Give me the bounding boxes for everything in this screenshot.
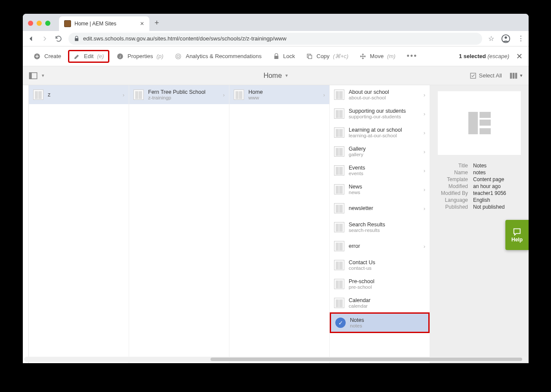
chevron-right-icon: › — [424, 148, 425, 155]
forward-button[interactable] — [41, 35, 49, 43]
property-row: TitleNotes — [438, 163, 521, 169]
property-value: notes — [473, 170, 486, 176]
item-subtitle: contact-us — [349, 265, 425, 271]
column-view: z› Fern Tree Public Schoolz-trainingp› H… — [23, 85, 529, 363]
property-value: Notes — [473, 163, 486, 169]
select-all-button[interactable]: Select All — [470, 72, 502, 79]
reload-button[interactable] — [55, 35, 62, 43]
item-subtitle: pre-school — [349, 284, 425, 290]
column-item[interactable]: Eventsevents› — [330, 161, 430, 180]
scrollbar-thumb[interactable] — [210, 358, 523, 361]
analytics-button[interactable]: Analytics & Recommendations — [170, 50, 266, 63]
column-1: z› — [29, 85, 129, 363]
favicon-icon — [64, 20, 71, 27]
property-label: Name — [438, 170, 468, 176]
item-subtitle: supporting-our-students — [349, 114, 419, 119]
close-window-button[interactable] — [28, 21, 33, 26]
column-item[interactable]: Newsnews› — [330, 180, 430, 199]
column-item[interactable]: Homewww› — [229, 85, 329, 104]
url-input[interactable]: edit.sws.schools.nsw.gov.au/sites.html/c… — [68, 33, 482, 45]
property-value: Not published — [473, 204, 505, 210]
lock-icon — [273, 53, 280, 60]
item-subtitle: notes — [350, 323, 424, 328]
page-thumb-icon — [33, 90, 43, 100]
column-item[interactable]: newsletter› — [330, 199, 430, 218]
column-item[interactable]: ✓Notesnotes — [330, 312, 430, 333]
page-preview — [438, 91, 521, 155]
close-tab-button[interactable]: ✕ — [140, 21, 144, 27]
item-title: Supporting our students — [349, 108, 419, 114]
lock-icon — [74, 36, 80, 42]
help-button[interactable]: Help — [505, 220, 529, 250]
view-switcher-button[interactable]: ▾ — [510, 72, 523, 79]
tab-title: Home | AEM Sites — [74, 21, 136, 27]
copy-button[interactable]: Copy (⌘+c) — [302, 50, 353, 62]
chevron-down-icon[interactable]: ▾ — [42, 73, 44, 78]
svg-rect-14 — [513, 73, 515, 79]
column-item[interactable]: Supporting our studentssupporting-our-st… — [330, 104, 430, 123]
item-title: newsletter — [349, 205, 419, 211]
property-row: TemplateContent page — [438, 176, 521, 182]
minimize-window-button[interactable] — [37, 21, 42, 26]
property-value: teacher1 9056 — [473, 190, 506, 196]
columns-icon — [510, 72, 517, 79]
item-subtitle: about-our-school — [349, 95, 419, 100]
rail-toggle-icon[interactable] — [29, 72, 37, 79]
more-actions-button[interactable]: ••• — [402, 49, 422, 63]
create-button[interactable]: Create — [29, 50, 65, 63]
new-tab-button[interactable]: + — [155, 19, 159, 28]
item-title: Fern Tree Public School — [148, 89, 219, 95]
page-thumb-icon — [334, 279, 344, 289]
svg-point-7 — [178, 56, 179, 57]
item-title: Notes — [350, 317, 424, 323]
chevron-right-icon: › — [424, 130, 425, 136]
column-item[interactable]: Pre-schoolpre-school — [330, 275, 430, 293]
item-title: Contact Us — [349, 259, 425, 265]
copy-icon — [306, 53, 313, 60]
column-item[interactable]: Gallerygallery› — [330, 142, 430, 161]
item-title: Learning at our school — [349, 127, 419, 133]
maximize-window-button[interactable] — [45, 21, 50, 26]
edit-button[interactable]: Edit (e) — [68, 50, 109, 63]
column-item[interactable]: About our schoolabout-our-school› — [330, 85, 430, 104]
svg-point-1 — [505, 36, 507, 39]
properties-button[interactable]: i Properties (p) — [112, 50, 167, 63]
chevron-right-icon: › — [424, 186, 425, 193]
target-icon — [174, 52, 182, 60]
column-item[interactable]: Fern Tree Public Schoolz-trainingp› — [129, 85, 229, 104]
profile-icon[interactable] — [501, 34, 511, 43]
move-button[interactable]: Move (m) — [355, 50, 399, 62]
item-title: Gallery — [349, 146, 419, 152]
item-title: News — [349, 184, 419, 190]
horizontal-scrollbar[interactable] — [24, 357, 527, 362]
back-button[interactable] — [27, 35, 35, 43]
page-thumb-icon — [334, 222, 344, 232]
browser-menu-button[interactable]: ⋮ — [517, 34, 524, 43]
property-value: Content page — [473, 176, 504, 182]
column-item[interactable]: Contact Uscontact-us — [330, 256, 430, 275]
chevron-right-icon: › — [123, 92, 124, 98]
column-item[interactable]: Learning at our schoollearning-at-our-sc… — [330, 123, 430, 142]
page-thumb-icon — [334, 298, 344, 308]
chevron-right-icon: › — [223, 92, 225, 98]
lock-button[interactable]: Lock — [269, 50, 299, 62]
column-2: Fern Tree Public Schoolz-trainingp› — [129, 85, 229, 363]
svg-rect-15 — [515, 73, 517, 79]
page-title: Home — [263, 72, 282, 80]
property-value: English — [473, 197, 490, 203]
secondary-bar: ▾ Home ▾ Select All ▾ — [23, 66, 529, 85]
column-item[interactable]: error› — [330, 237, 430, 256]
move-icon — [359, 53, 366, 60]
deselect-button[interactable]: ✕ — [516, 52, 523, 61]
item-subtitle: learning-at-our-school — [349, 133, 419, 138]
select-all-icon — [470, 72, 477, 79]
browser-tab[interactable]: Home | AEM Sites ✕ — [59, 16, 149, 31]
breadcrumb[interactable]: Home ▾ — [263, 72, 288, 80]
bookmark-star-icon[interactable]: ☆ — [488, 34, 494, 43]
svg-rect-13 — [510, 73, 512, 79]
page-thumb-icon — [334, 90, 344, 100]
column-item[interactable]: Calendarcalendar — [330, 293, 430, 312]
column-item[interactable]: Search Resultssearch-results — [330, 218, 430, 237]
column-item[interactable]: z› — [29, 85, 129, 104]
check-icon: ✓ — [335, 318, 346, 328]
